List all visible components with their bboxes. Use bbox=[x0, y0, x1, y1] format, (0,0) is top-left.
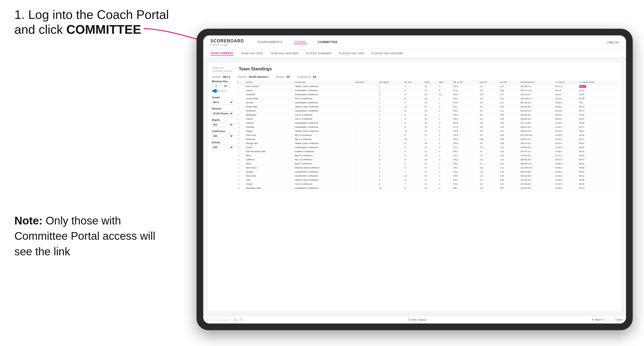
min-rounds-min[interactable] bbox=[212, 84, 220, 88]
subnav-team-h2h-heatmap[interactable]: TEAM H2H HEATMAP bbox=[270, 52, 299, 55]
min-rounds-label: Minimum Rou... bbox=[212, 80, 234, 83]
cell-reg-rank: — bbox=[354, 109, 378, 113]
school-select[interactable]: (All) bbox=[212, 145, 234, 150]
cell-school: Oklahoma bbox=[245, 137, 294, 141]
nav-committee[interactable]: COMMITTEE bbox=[316, 40, 339, 44]
cell-conference: Atlantic Coast Conference bbox=[294, 129, 355, 133]
redo-icon[interactable]: ↪ bbox=[212, 318, 215, 322]
col-wins: Wins bbox=[438, 80, 452, 84]
cell-school: New Mexico bbox=[245, 166, 294, 170]
cell-rank: 3 bbox=[237, 93, 245, 97]
cell-wins: 0 bbox=[438, 186, 452, 190]
cell-rank: 18 bbox=[237, 154, 245, 158]
table-row: 22 Georgia Southeastern Conference — 8 7… bbox=[237, 170, 618, 174]
cell-conference: Pac-12 Conference bbox=[294, 97, 355, 101]
cell-conference: Southern Conference bbox=[294, 150, 355, 154]
subnav-player-h2h-grid[interactable]: PLAYER H2H GRID bbox=[339, 52, 364, 55]
cell-wins: 6 bbox=[438, 89, 452, 93]
region-select[interactable]: N/A bbox=[212, 122, 234, 127]
cell-avg-sg: -6.0 bbox=[479, 129, 499, 133]
cell-avg-sg: -6.0 bbox=[479, 113, 499, 117]
cell-reg-rank: — bbox=[354, 154, 378, 158]
conference-select[interactable]: (All) bbox=[212, 134, 234, 138]
cell-rnds: 24 bbox=[424, 158, 438, 162]
expand-icon[interactable]: ⛶ bbox=[607, 318, 610, 322]
add-icon[interactable]: + bbox=[229, 318, 231, 322]
min-rounds-slider[interactable] bbox=[212, 89, 226, 93]
cell-adj-par: 278.7 bbox=[452, 166, 479, 170]
cell-adj-par: 276.8 bbox=[452, 129, 479, 133]
grid-icon[interactable]: ⊞ bbox=[234, 318, 236, 322]
cell-avg-sg: -3.5 bbox=[479, 121, 499, 125]
clock-icon[interactable]: ⏱ bbox=[240, 318, 243, 322]
table-row: 23 Texas A&M Southeastern Conference — 9… bbox=[237, 174, 618, 178]
cell-wins: 2 bbox=[438, 174, 452, 178]
nav-tournaments[interactable]: TOURNAMENTS bbox=[256, 40, 284, 44]
col-overall: Overall Record bbox=[520, 80, 554, 84]
cell-rnds: 27 bbox=[424, 89, 438, 93]
nav-teams[interactable]: TEAMS bbox=[293, 40, 307, 44]
table-row: 2 Auburn Southeastern Conference — 1 9 2… bbox=[237, 89, 618, 93]
cell-rnds: 23 bbox=[424, 125, 438, 129]
cell-overall: 258 80-25-2 bbox=[520, 146, 554, 150]
conference-value: All bbox=[313, 75, 316, 78]
cell-reg-rank: — bbox=[354, 97, 378, 101]
content-body: Minimum Rou... Gender Men's bbox=[212, 80, 618, 302]
side-filters: Minimum Rou... Gender Men's bbox=[212, 80, 234, 302]
gender-select[interactable]: Men's bbox=[212, 100, 234, 105]
cell-conference: Mountain West Conference bbox=[294, 166, 355, 170]
gender-section-label: Gender bbox=[212, 96, 234, 99]
cell-rnds: 23 bbox=[424, 84, 438, 89]
sign-out-link[interactable]: | Sign out bbox=[607, 41, 619, 44]
cell-school: Duke bbox=[245, 178, 294, 182]
prev-icon[interactable]: ◁ bbox=[218, 318, 220, 322]
cell-conf-rank: 4 bbox=[378, 141, 404, 146]
subnav-player-summary[interactable]: PLAYER SUMMARY bbox=[306, 52, 332, 55]
standings-table-container: # School Conference Reg Rank Conf Rank N… bbox=[237, 80, 618, 302]
cell-reg-rank: — bbox=[354, 133, 378, 137]
view-label: View: Original bbox=[411, 319, 426, 321]
table-row: 12 Virginia Atlantic Coast Conference — … bbox=[237, 129, 618, 133]
next-icon[interactable]: ▷ bbox=[224, 318, 226, 322]
cell-school: Florida State bbox=[245, 105, 294, 109]
cell-vs25: 38-20-1 bbox=[554, 113, 578, 117]
cell-no-tour: 10 bbox=[404, 174, 424, 178]
cell-conf-rank: 1 bbox=[378, 154, 404, 158]
cell-school: North Carolina bbox=[245, 84, 294, 89]
cell-low-rd: 1.85 bbox=[499, 133, 520, 137]
cell-conf-rank: 1 bbox=[378, 89, 404, 93]
cell-adj-par: 274.8 bbox=[452, 101, 479, 105]
share-btn[interactable]: ↗ Share bbox=[613, 319, 623, 321]
cell-conf-rank: 5 bbox=[378, 178, 404, 182]
cell-overall: 267 104-43-3 bbox=[520, 133, 554, 137]
cell-avg-sg: 1.85 bbox=[479, 137, 499, 141]
subnav-team-summary[interactable]: TEAM SUMMARY bbox=[210, 52, 234, 55]
cell-rank: 14 bbox=[237, 137, 245, 141]
undo-icon[interactable]: ↩ bbox=[206, 318, 209, 322]
min-rounds-max[interactable] bbox=[221, 84, 230, 88]
division-select[interactable]: NCAA Division I bbox=[212, 111, 234, 116]
cell-overall: 265 63-21-0 bbox=[520, 109, 554, 113]
watch-btn[interactable]: 👁 Watch ▾ bbox=[592, 319, 604, 321]
cell-conference: Atlantic Coast Conference bbox=[294, 141, 355, 146]
cell-low-rd: 1.85 bbox=[499, 141, 520, 146]
cell-reg-rank: — bbox=[354, 117, 378, 121]
cell-reg-rank: — bbox=[354, 137, 378, 141]
cell-avg-sg: -4.6 bbox=[479, 117, 499, 121]
cell-rnds: 26 bbox=[424, 162, 438, 166]
cell-avg-sg: -5.5 bbox=[479, 109, 499, 113]
cell-adj-par: 279.1 bbox=[452, 154, 479, 158]
subnav-team-h2h-grid[interactable]: TEAM H2H GRID bbox=[241, 52, 263, 55]
cell-adj-par: 277.5 bbox=[452, 146, 479, 150]
col-adj-par: Adj. To Par bbox=[452, 80, 479, 84]
cell-vs50: 86.64 bbox=[578, 93, 618, 97]
subnav-player-h2h-heatmap[interactable]: PLAYER H2H HEATMAP bbox=[372, 52, 403, 55]
cell-vs25: 33-38-4 bbox=[554, 162, 578, 166]
cell-school: Texas Tech bbox=[245, 133, 294, 137]
cell-no-tour: 8 bbox=[404, 121, 424, 125]
cell-vs25: 40-26-2 bbox=[554, 105, 578, 109]
view-original-btn[interactable]: ☰ View: Original bbox=[408, 319, 426, 321]
cell-low-rd: 2.37 bbox=[499, 101, 520, 105]
share-icon: ↗ bbox=[613, 319, 615, 321]
cell-rank: 21 bbox=[237, 166, 245, 170]
